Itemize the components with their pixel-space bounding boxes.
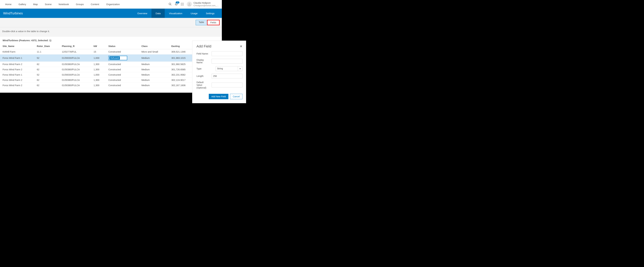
table-cell[interactable]: 62 (34, 83, 59, 88)
table-cell[interactable]: 1,300 (91, 83, 106, 88)
subnav-tabs: Overview Data Visualization Usage Settin… (133, 9, 219, 18)
nav-content[interactable]: Content (87, 0, 103, 9)
tab-data[interactable]: Data (152, 9, 165, 18)
label-default-value: Default Value: (Optional) (196, 81, 210, 89)
table-cell[interactable]: Constructed (106, 49, 139, 55)
toggle-fields-button[interactable]: Fields (207, 20, 220, 25)
col-class[interactable]: Class (139, 44, 169, 49)
table-cell[interactable]: 52 (34, 55, 59, 62)
table-cell[interactable]: Forss Wind Farm 2 (0, 78, 34, 83)
table-cell[interactable]: Constructed (106, 83, 139, 88)
col-kw[interactable]: kW (91, 44, 106, 49)
nav-gallery[interactable]: Gallery (15, 0, 30, 9)
table-cell[interactable]: Forss Wind Farm 2 (0, 62, 34, 67)
table-cell[interactable]: 1,300 (91, 78, 106, 83)
table-row[interactable]: Forss Wind Farm 15201/00030/FULCA1,000Re… (0, 55, 222, 62)
table-cell[interactable]: Forss Wind Farm 2 (0, 67, 34, 72)
add-new-field-button[interactable]: Add New Field (209, 94, 228, 99)
table-row[interactable]: Forss Wind Farm 26201/00380/FULCA1,300Co… (0, 62, 222, 67)
input-display-name[interactable] (212, 59, 242, 64)
item-subnav: WindTurbines Overview Data Visualization… (0, 9, 222, 18)
table-row[interactable]: Kirkhill Farm11.112/02778/FUL15Construct… (0, 49, 222, 55)
table-cell[interactable]: 52 (34, 72, 59, 78)
table-cell[interactable]: 1,000 (91, 55, 106, 62)
search-icon[interactable] (168, 3, 172, 6)
svg-point-3 (181, 3, 182, 3)
nav-organization[interactable]: Organization (103, 0, 123, 9)
cell-editor-value: Refused (109, 56, 120, 60)
select-type[interactable]: String ▼ (216, 66, 242, 71)
table-cell[interactable]: 11.1 (34, 49, 59, 55)
table-cell[interactable]: 1,000 (91, 72, 106, 78)
table-cell[interactable]: 01/00380/FULCA (59, 78, 91, 83)
table-cell[interactable]: Constructed (106, 62, 139, 67)
table-row[interactable]: Forss Wind Farm 26201/00380/FULCA1,300Co… (0, 83, 222, 88)
table-cell[interactable]: Medium (139, 78, 169, 83)
input-field-name[interactable] (212, 51, 242, 56)
table-cell[interactable]: 302,167.1606 (169, 83, 195, 88)
cancel-button[interactable]: Cancel (230, 94, 242, 99)
nav-groups[interactable]: Groups (72, 0, 87, 9)
table-row[interactable]: Forss Wind Farm 26201/00380/FULCA1,300Co… (0, 67, 222, 72)
table-cell[interactable]: Micro and Small (139, 49, 169, 55)
user-menu[interactable]: Claudia Hodgson CHodgson@esriuk.com_… (187, 2, 219, 7)
table-cell[interactable]: 301,726.6585 (169, 67, 195, 72)
tab-usage[interactable]: Usage (186, 9, 202, 18)
nav-map[interactable]: Map (30, 0, 41, 9)
table-cell[interactable]: Medium (139, 55, 169, 62)
table-row[interactable]: Forss Wind Farm 26201/00380/FULCA1,300Co… (0, 78, 222, 83)
table-cell[interactable]: Refused (106, 55, 139, 62)
top-nav: Home Gallery Map Scene Notebook Groups C… (0, 0, 222, 9)
table-cell[interactable]: 309,521.1346 (169, 49, 195, 55)
table-cell[interactable]: Kirkhill Farm (0, 49, 34, 55)
nav-home[interactable]: Home (2, 0, 15, 9)
table-cell[interactable]: 01/00030/FULCA (59, 72, 91, 78)
notifications-button[interactable]: 11 (174, 3, 178, 6)
table-cell[interactable]: 15 (91, 49, 106, 55)
table-cell[interactable]: Forss Wind Farm 1 (0, 72, 34, 78)
tab-settings[interactable]: Settings (202, 9, 219, 18)
table-cell[interactable]: 62 (34, 62, 59, 67)
col-rotor-diam[interactable]: Rotor_Diam (34, 44, 59, 49)
close-icon[interactable]: ✕ (240, 45, 242, 48)
table-cell[interactable]: 01/00380/FULCA (59, 83, 91, 88)
toggle-table-button[interactable]: Table (196, 20, 207, 25)
table-cell[interactable]: 62 (34, 78, 59, 83)
table-cell[interactable]: 301,983.1015 (169, 55, 195, 62)
table-cell[interactable]: 1,300 (91, 62, 106, 67)
app-launcher-icon[interactable] (181, 3, 184, 6)
table-cell[interactable]: 1,300 (91, 67, 106, 72)
col-easting[interactable]: Easting (169, 44, 195, 49)
table-cell[interactable]: Forss Wind Farm 2 (0, 83, 34, 88)
table-cell[interactable]: Constructed (106, 78, 139, 83)
input-length[interactable] (212, 74, 242, 79)
col-planning-r[interactable]: Planning_R (59, 44, 91, 49)
input-default-value[interactable] (212, 83, 242, 87)
svg-point-7 (182, 4, 182, 5)
table-cell[interactable]: 01/00030/FULCA (59, 55, 91, 62)
table-cell[interactable]: Constructed (106, 72, 139, 78)
nav-notebook[interactable]: Notebook (55, 0, 72, 9)
table-cell[interactable]: 302,124.9017 (169, 78, 195, 83)
table-cell[interactable]: 301,960.5825 (169, 62, 195, 67)
tab-overview[interactable]: Overview (133, 9, 152, 18)
table-cell[interactable]: Constructed (106, 67, 139, 72)
table-cell[interactable]: Medium (139, 62, 169, 67)
table-cell[interactable]: Forss Wind Farm 1 (0, 55, 34, 62)
table-cell[interactable]: 01/00380/FULCA (59, 67, 91, 72)
table-cell[interactable]: 01/00380/FULCA (59, 62, 91, 67)
table-cell[interactable]: Medium (139, 67, 169, 72)
cell-editor[interactable]: Refused (108, 56, 127, 60)
table-cell[interactable]: Medium (139, 72, 169, 78)
table-cell[interactable]: 12/02778/FUL (59, 49, 91, 55)
col-status[interactable]: Status (106, 44, 139, 49)
nav-scene[interactable]: Scene (41, 0, 55, 9)
table-cell[interactable]: 62 (34, 67, 59, 72)
table-row[interactable]: Forss Wind Farm 15201/00030/FULCA1,000Co… (0, 72, 222, 78)
tab-visualization[interactable]: Visualization (165, 9, 186, 18)
table-cell[interactable]: Medium (139, 83, 169, 88)
col-site-name[interactable]: Site_Name (0, 44, 34, 49)
table-cell[interactable]: 302,231.9582 (169, 72, 195, 78)
svg-point-6 (181, 4, 182, 5)
user-name: Claudia Hodgson (194, 2, 219, 4)
